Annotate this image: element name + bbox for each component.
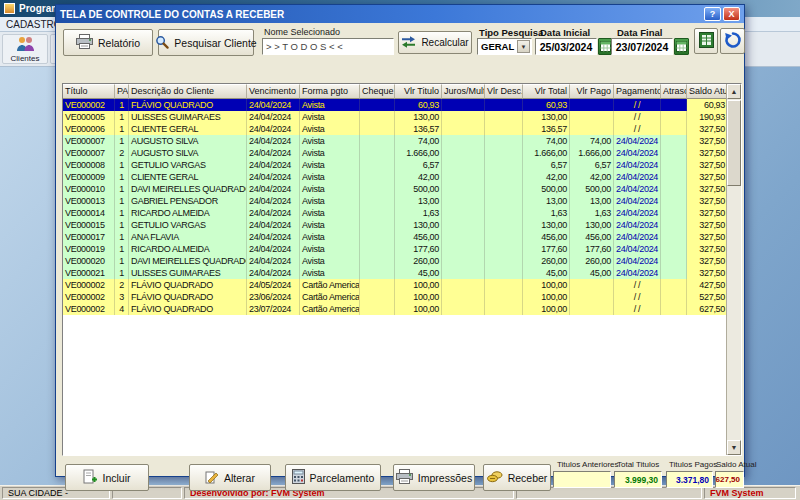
scroll-up-icon[interactable]: ▲ [727, 84, 741, 99]
table-row[interactable]: VE0000061CLIENTE GERAL24/04/2024Avista13… [63, 123, 728, 135]
scrollbar-thumb[interactable] [727, 100, 741, 186]
cell-vlr_desc [485, 159, 523, 171]
installments-icon [292, 469, 305, 486]
edit-pencil-icon [205, 470, 219, 486]
pesquisar-cliente-button[interactable]: Pesquisar Cliente [158, 29, 254, 56]
cell-vencimento: 24/04/2024 [247, 183, 300, 195]
cell-pagamento: 24/04/2024 [614, 183, 661, 195]
table-row[interactable]: VE0000101DAVI MEIRELLES QUADRADO24/04/20… [63, 183, 728, 195]
column-header-cheque[interactable]: Cheque [360, 84, 395, 99]
cell-vlr_desc [485, 231, 523, 243]
table-row[interactable]: VE0000023FLÁVIO QUADRADO23/06/2024Cartão… [63, 291, 728, 303]
export-excel-button[interactable] [694, 28, 718, 54]
dialog-titlebar[interactable]: TELA DE CONTROLE DO CONTAS A RECEBER ? X [56, 5, 744, 23]
table-row[interactable]: VE0000151GETULIO VARGAS24/04/2024Avista1… [63, 219, 728, 231]
table-row[interactable]: VE0000171ANA FLAVIA24/04/2024Avista456,0… [63, 231, 728, 243]
nome-selecionado-field[interactable]: > > T O D O S < < [262, 38, 394, 55]
column-header-cliente[interactable]: Descrição do Cliente [129, 84, 247, 99]
table-row[interactable]: VE0000201DAVI MEIRELLES QUADRADO24/04/20… [63, 255, 728, 267]
cell-forma_pgto: Avista [300, 171, 360, 183]
cell-saldo_atual: 327,50 [687, 207, 728, 219]
cell-forma_pgto: Avista [300, 123, 360, 135]
cell-saldo_atual: 327,50 [687, 135, 728, 147]
cell-vlr_titulo: 136,57 [395, 123, 442, 135]
table-row[interactable]: VE0000131GABRIEL PENSADOR24/04/2024Avist… [63, 195, 728, 207]
column-header-forma_pgto[interactable]: Forma pgto [300, 84, 360, 99]
table-row[interactable]: VE0000071AUGUSTO SILVA24/04/2024Avista74… [63, 135, 728, 147]
column-header-atraso[interactable]: Atraso [661, 84, 687, 99]
excel-sheet-icon [699, 32, 714, 50]
cell-juros_multa [442, 99, 485, 111]
table-row[interactable]: VE0000021FLÁVIO QUADRADO24/04/2024Avista… [63, 99, 728, 111]
titulos-pagos-value: 3.371,80 [666, 471, 713, 488]
cell-vlr_pago: 260,00 [570, 255, 614, 267]
cell-atraso [661, 291, 687, 303]
cell-vlr_total: 100,00 [523, 303, 570, 315]
cell-juros_multa [442, 195, 485, 207]
table-row[interactable]: VE0000211ULISSES GUIMARAES24/04/2024Avis… [63, 267, 728, 279]
column-header-saldo_atual[interactable]: Saldo Atual [687, 84, 728, 99]
refresh-button[interactable] [720, 28, 745, 54]
table-row[interactable]: VE0000024FLÁVIO QUADRADO23/07/2024Cartão… [63, 303, 728, 315]
column-header-vencimento[interactable]: Vencimento [247, 84, 300, 99]
alterar-button[interactable]: Alterar [189, 464, 271, 491]
column-header-juros_multa[interactable]: Juros/Multa [442, 84, 485, 99]
printer-icon [396, 469, 413, 486]
cell-vlr_total: 456,00 [523, 231, 570, 243]
cell-vlr_titulo: 100,00 [395, 303, 442, 315]
data-inicial-field[interactable]: 25/03/2024 [535, 38, 597, 55]
parcelamento-button[interactable]: Parcelamento [285, 464, 381, 491]
table-row[interactable]: VE0000081GETULIO VARGAS24/04/2024Avista6… [63, 159, 728, 171]
cell-cheque [360, 267, 395, 279]
cell-saldo_atual: 327,50 [687, 231, 728, 243]
column-header-titulo[interactable]: Título [63, 84, 115, 99]
cell-forma_pgto: Avista [300, 219, 360, 231]
tipo-pesquisa-select[interactable]: GERAL ▼ [477, 38, 532, 55]
table-row[interactable]: VE0000051ULISSES GUIMARAES24/04/2024Avis… [63, 111, 728, 123]
table-row[interactable]: VE0000091CLIENTE GERAL24/04/2024Avista42… [63, 171, 728, 183]
table-row[interactable]: VE0000022FLÁVIO QUADRADO24/05/2024Cartão… [63, 279, 728, 291]
titulos-pagos-label: Titulos Pagos [669, 460, 717, 469]
cell-titulo: VE000009 [63, 171, 115, 183]
incluir-button[interactable]: Incluir [65, 464, 149, 491]
data-final-calendar-button[interactable] [674, 38, 689, 55]
close-button[interactable]: X [723, 7, 740, 21]
cell-pagamento: / / [614, 303, 661, 315]
column-header-vlr_desc[interactable]: Vlr Desc. [485, 84, 523, 99]
cell-vlr_total: 1,63 [523, 207, 570, 219]
help-button[interactable]: ? [704, 7, 721, 21]
chevron-down-icon[interactable]: ▼ [517, 40, 530, 53]
table-row[interactable]: VE0000141RICARDO ALMEIDA24/04/2024Avista… [63, 207, 728, 219]
cell-saldo_atual: 327,50 [687, 171, 728, 183]
column-header-vlr_titulo[interactable]: Vlr Titulo [395, 84, 442, 99]
recalcular-button[interactable]: Recalcular [398, 31, 472, 54]
toolbar-button-clientes[interactable]: Clientes [2, 34, 48, 64]
cell-vlr_titulo: 260,00 [395, 255, 442, 267]
cell-vlr_pago: 456,00 [570, 231, 614, 243]
scroll-down-icon[interactable]: ▼ [727, 440, 741, 455]
cell-pa: 1 [115, 99, 129, 111]
cell-vlr_desc [485, 123, 523, 135]
column-header-pa[interactable]: PA [115, 84, 129, 99]
receivables-table: TítuloPADescrição do ClienteVencimentoFo… [62, 83, 742, 456]
receber-button[interactable]: Receber [483, 464, 551, 491]
column-header-vlr_pago[interactable]: Vlr Pago [570, 84, 614, 99]
cell-cheque [360, 135, 395, 147]
data-final-field[interactable]: 23/07/2024 [611, 38, 673, 55]
cell-juros_multa [442, 267, 485, 279]
cell-juros_multa [442, 303, 485, 315]
table-row[interactable]: VE0000191RICARDO ALMEIDA24/04/2024Avista… [63, 243, 728, 255]
cell-vlr_desc [485, 111, 523, 123]
cell-cheque [360, 159, 395, 171]
cell-atraso [661, 171, 687, 183]
column-header-pagamento[interactable]: Pagamento [614, 84, 661, 99]
column-header-vlr_total[interactable]: Vlr Total [523, 84, 570, 99]
cell-atraso [661, 255, 687, 267]
vertical-scrollbar[interactable]: ▲ ▼ [726, 84, 741, 455]
impressoes-button[interactable]: Impressões [393, 464, 475, 491]
cell-vlr_pago: 500,00 [570, 183, 614, 195]
relatorio-button[interactable]: Relatório [63, 29, 153, 56]
cell-cheque [360, 207, 395, 219]
cell-saldo_atual: 60,93 [687, 99, 728, 111]
table-row[interactable]: VE0000072AUGUSTO SILVA24/04/2024Avista1.… [63, 147, 728, 159]
